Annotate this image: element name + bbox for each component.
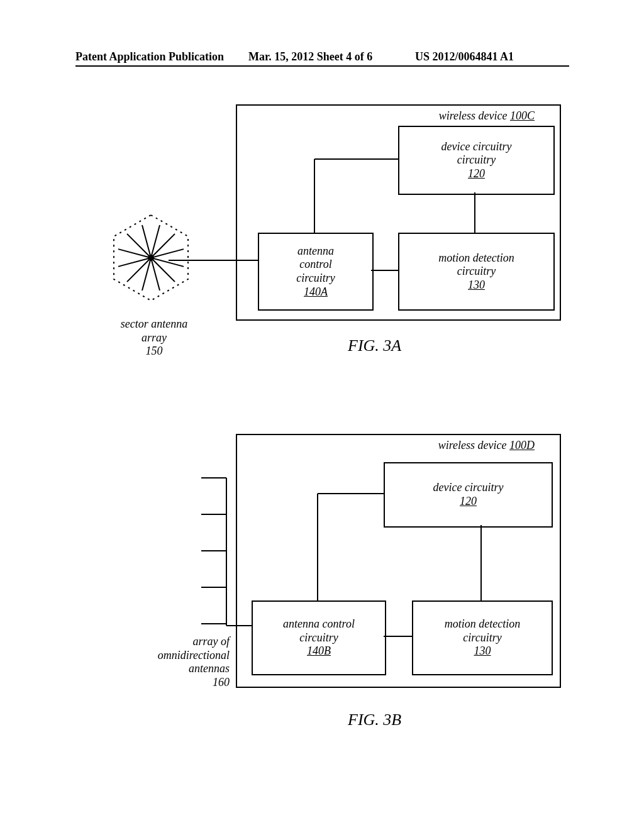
omni-array-label: array of omnidirectional antennas 160 [135,635,230,689]
connections-3b [0,0,644,755]
page: Patent Application Publication Mar. 15, … [0,0,644,830]
array-l2: omnidirectional [158,649,230,661]
fig-3b-caption: FIG. 3B [348,711,401,729]
array-id: 160 [213,676,230,689]
array-l1: array of [193,635,230,648]
array-l3: antennas [189,662,230,675]
